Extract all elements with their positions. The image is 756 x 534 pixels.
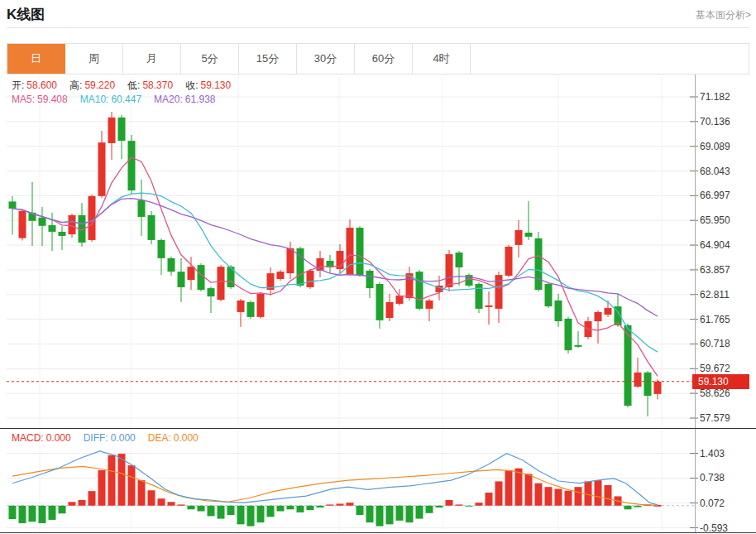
candle-body	[416, 272, 423, 309]
candle-body	[128, 141, 136, 190]
candle-body	[634, 373, 642, 387]
fundamental-analysis-link[interactable]: 基本面分析>	[696, 8, 751, 22]
macd-bar	[376, 506, 384, 527]
macd-bar	[347, 503, 354, 506]
candle-body	[654, 382, 662, 394]
candle-body	[138, 200, 146, 217]
macd-bar	[416, 506, 423, 519]
y-axis-label: 66.997	[700, 190, 730, 201]
macd-row-diff: DIFF:0.000	[84, 432, 138, 444]
macd-bar	[128, 465, 136, 506]
macd-bar	[545, 487, 553, 506]
candle-body	[98, 142, 106, 196]
candle-body	[59, 232, 66, 236]
candle-body	[347, 228, 354, 275]
macd-bar	[29, 506, 36, 522]
macd-bar	[565, 491, 572, 506]
macd-bar	[356, 506, 364, 515]
y-axis-label: 59.672	[700, 363, 730, 374]
macd-bar	[555, 488, 562, 505]
tab-4hour[interactable]: 4时	[413, 44, 471, 74]
macd-bar	[218, 506, 225, 519]
y-axis-label: 65.950	[700, 214, 730, 226]
macd-bar	[406, 506, 414, 522]
y-axis-label: 70.136	[700, 116, 730, 127]
candle-body	[188, 267, 195, 280]
macd-bar	[148, 490, 156, 505]
tab-60min[interactable]: 60分	[355, 44, 413, 74]
candle-body	[148, 215, 156, 240]
candle-body	[118, 118, 126, 141]
macd-bar	[436, 506, 443, 508]
tab-month[interactable]: 月	[123, 44, 181, 74]
macd-axis-label: -0.593	[700, 522, 728, 534]
candle-body	[376, 284, 384, 320]
macd-bar	[168, 502, 175, 506]
candle-body	[535, 238, 543, 290]
ma5-line	[12, 157, 658, 376]
macd-bar	[535, 483, 543, 506]
macd-row-macd: MACD:0.000	[12, 432, 74, 444]
macd-axis-label: 0.738	[700, 472, 725, 483]
macd-bar	[178, 504, 185, 505]
y-axis-label: 57.579	[700, 412, 730, 424]
candle-body	[178, 272, 185, 287]
y-axis-label: 69.089	[700, 141, 730, 152]
candle-body	[426, 301, 433, 309]
macd-bar	[188, 506, 195, 510]
candle-body	[247, 302, 255, 317]
candle-body	[69, 215, 76, 234]
macd-bar	[505, 470, 513, 506]
interval-tabbar: 日周月5分15分30分60分4时	[7, 43, 749, 75]
macd-bar	[267, 506, 275, 517]
macd-bar	[98, 470, 106, 506]
candle-body	[505, 247, 513, 276]
tab-day[interactable]: 日	[7, 44, 65, 74]
candle-body	[158, 240, 165, 258]
ma-row-ma10: MA10:60.447	[80, 94, 144, 105]
current-price-value: 59.130	[698, 376, 729, 387]
candle-body	[486, 305, 493, 307]
macd-bar	[227, 506, 235, 515]
macd-axis-label: 1.403	[700, 448, 725, 459]
macd-bar	[585, 481, 592, 505]
candle-body	[9, 201, 17, 209]
candle-body	[515, 230, 523, 245]
macd-bar	[158, 498, 165, 506]
candle-body	[366, 271, 374, 288]
ma-row-ma5: MA5:59.408	[12, 94, 70, 105]
current-price-badge: 59.130	[692, 374, 749, 389]
tab-30min[interactable]: 30分	[297, 44, 355, 74]
candle-body	[605, 308, 612, 315]
macd-bar	[118, 454, 126, 506]
macd-bar	[575, 487, 582, 506]
macd-bar	[525, 474, 533, 505]
candle-body	[168, 258, 175, 272]
macd-axis-label: 0.072	[700, 498, 725, 509]
candle-body	[218, 267, 225, 300]
candle-body	[208, 288, 215, 296]
macd-bar	[515, 469, 523, 506]
macd-bar	[476, 503, 483, 506]
macd-bar	[386, 506, 394, 525]
macd-bar	[396, 506, 404, 521]
y-axis-label: 61.765	[700, 314, 730, 325]
candle-body	[19, 211, 26, 238]
macd-bar	[624, 506, 632, 510]
candle-body	[307, 271, 314, 287]
macd-bar	[9, 506, 17, 519]
ohlc-legend: 开:58.600高:59.220低:58.370收:59.130	[12, 79, 243, 93]
ma-row-ma20: MA20:61.938	[154, 94, 218, 105]
ma-legend: MA5:59.408MA10:60.447MA20:61.938	[12, 94, 228, 105]
macd-bar	[39, 506, 46, 523]
candle-body	[198, 265, 205, 290]
tab-week[interactable]: 周	[65, 44, 123, 74]
macd-bar	[446, 500, 453, 506]
tab-15min[interactable]: 15分	[239, 44, 297, 74]
tab-5min[interactable]: 5分	[181, 44, 239, 74]
y-axis-label: 60.718	[700, 338, 730, 349]
candle-body	[39, 218, 46, 226]
candle-body	[545, 284, 553, 306]
candle-body	[277, 272, 285, 279]
ohlc-row-close: 收:59.130	[185, 79, 233, 91]
